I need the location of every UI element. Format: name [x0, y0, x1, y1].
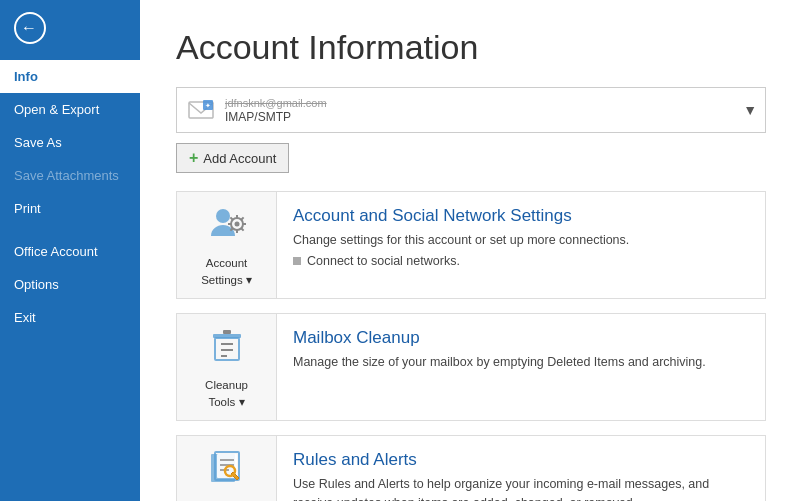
section-icon-label-account-settings: AccountSettings ▾ — [201, 256, 252, 288]
section-desc-cleanup-tools: Manage the size of your mailbox by empty… — [293, 353, 749, 372]
section-icon-img-account-settings — [205, 202, 249, 250]
section-sub-text-account-settings: Connect to social networks. — [307, 254, 460, 268]
section-card-cleanup-tools: CleanupTools ▾ Mailbox Cleanup Manage th… — [176, 313, 766, 421]
sidebar-item-save-as[interactable]: Save As — [0, 126, 140, 159]
account-dropdown[interactable]: ✦ jdfnsknk@gmail.com IMAP/SMTP ▼ — [176, 87, 766, 133]
section-card-account-settings: AccountSettings ▾ Account and Social Net… — [176, 191, 766, 299]
sidebar-divider — [0, 225, 140, 235]
sidebar-item-info[interactable]: Info — [0, 60, 140, 93]
section-title-manage-rules[interactable]: Rules and Alerts — [293, 450, 749, 470]
add-account-label: Add Account — [203, 151, 276, 166]
sidebar-item-office-account[interactable]: Office Account — [0, 235, 140, 268]
main-content: Account Information ✦ jdfnsknk@gmail.com… — [140, 0, 800, 501]
sidebar-item-exit[interactable]: Exit — [0, 301, 140, 334]
section-content-manage-rules: Rules and Alerts Use Rules and Alerts to… — [277, 436, 765, 501]
section-icon-cleanup-tools[interactable]: CleanupTools ▾ — [177, 314, 277, 420]
account-info: jdfnsknk@gmail.com IMAP/SMTP — [225, 96, 735, 124]
svg-rect-19 — [223, 330, 231, 334]
section-icon-img-manage-rules — [205, 446, 249, 494]
sidebar-item-options[interactable]: Options — [0, 268, 140, 301]
back-arrow-icon: ← — [21, 20, 37, 36]
section-title-account-settings[interactable]: Account and Social Network Settings — [293, 206, 749, 226]
account-type: IMAP/SMTP — [225, 110, 735, 124]
page-title: Account Information — [176, 28, 764, 67]
section-content-cleanup-tools: Mailbox Cleanup Manage the size of your … — [277, 314, 765, 386]
svg-point-3 — [216, 209, 230, 223]
svg-line-12 — [241, 217, 243, 219]
section-content-account-settings: Account and Social Network Settings Chan… — [277, 192, 765, 282]
account-email: jdfnsknk@gmail.com — [225, 96, 735, 110]
sidebar: ← InfoOpen & ExportSave AsSave Attachmen… — [0, 0, 140, 501]
section-card-manage-rules: Manage Rules& Alerts Rules and Alerts Us… — [176, 435, 766, 501]
sections-container: AccountSettings ▾ Account and Social Net… — [176, 191, 764, 501]
sidebar-nav: InfoOpen & ExportSave AsSave Attachments… — [0, 56, 140, 334]
sidebar-item-print[interactable]: Print — [0, 192, 140, 225]
section-icon-account-settings[interactable]: AccountSettings ▾ — [177, 192, 277, 298]
svg-text:✦: ✦ — [205, 102, 211, 109]
section-desc-manage-rules: Use Rules and Alerts to help organize yo… — [293, 475, 749, 501]
sidebar-item-open-export[interactable]: Open & Export — [0, 93, 140, 126]
section-icon-manage-rules[interactable]: Manage Rules& Alerts — [177, 436, 277, 501]
section-title-cleanup-tools[interactable]: Mailbox Cleanup — [293, 328, 749, 348]
svg-point-5 — [234, 222, 239, 227]
bullet-icon — [293, 257, 301, 265]
section-icon-label-cleanup-tools: CleanupTools ▾ — [205, 378, 248, 410]
svg-line-10 — [230, 217, 232, 219]
account-icon: ✦ — [185, 94, 217, 126]
section-desc-account-settings: Change settings for this account or set … — [293, 231, 749, 250]
back-button[interactable]: ← — [0, 0, 140, 56]
svg-line-11 — [241, 229, 243, 231]
dropdown-arrow-icon[interactable]: ▼ — [743, 102, 757, 118]
sidebar-item-save-attachments: Save Attachments — [0, 159, 140, 192]
add-account-button[interactable]: + Add Account — [176, 143, 289, 173]
plus-icon: + — [189, 149, 198, 167]
email-icon: ✦ — [187, 96, 215, 124]
back-circle[interactable]: ← — [14, 12, 46, 44]
section-sub-account-settings: Connect to social networks. — [293, 254, 749, 268]
section-icon-img-cleanup-tools — [205, 324, 249, 372]
